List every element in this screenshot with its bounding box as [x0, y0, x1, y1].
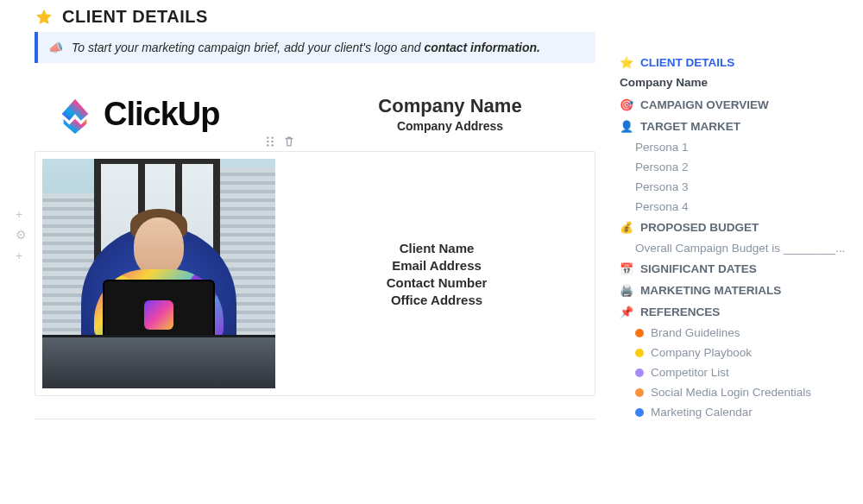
clickup-logo: ClickUp — [55, 94, 305, 134]
target-icon: 🎯 — [620, 98, 633, 111]
document-outline: ⭐ CLIENT DETAILS Company Name 🎯 CAMPAIGN… — [616, 52, 851, 422]
company-name[interactable]: Company Name — [325, 95, 575, 117]
outline-proposed-budget[interactable]: 💰 PROPOSED BUDGET — [616, 217, 851, 238]
client-office-field[interactable]: Office Address — [286, 293, 588, 307]
add-below-icon[interactable]: + — [16, 249, 27, 262]
page-header: CLIENT DETAILS — [35, 7, 595, 27]
company-block: Company Name Company Address — [325, 95, 575, 133]
outline-marketing-materials[interactable]: 🖨️ MARKETING MATERIALS — [616, 280, 851, 301]
outline-target-market[interactable]: 👤 TARGET MARKET — [616, 116, 851, 137]
megaphone-icon: 📣 — [48, 41, 63, 54]
outline-ref-3[interactable]: Social Media Login Credentials — [616, 382, 851, 402]
outline-ref-4[interactable]: Marketing Calendar — [616, 402, 851, 422]
logo-company-row: ClickUp Company Name Company Address — [35, 77, 595, 139]
block-settings-icon[interactable]: ⚙ — [16, 228, 27, 242]
outline-ref-2[interactable]: Competitor List — [616, 362, 851, 382]
svg-point-1 — [271, 136, 273, 138]
outline-references[interactable]: 📌 REFERENCES — [616, 301, 851, 323]
dot-icon — [635, 408, 644, 417]
outline-budget-sub[interactable]: Overall Campaign Budget is ________... — [616, 238, 851, 258]
outline-campaign-overview[interactable]: 🎯 CAMPAIGN OVERVIEW — [616, 94, 851, 116]
callout-text: To start your marketing campaign brief, … — [72, 41, 540, 54]
star-icon: ⭐ — [620, 56, 633, 69]
outline-persona-4[interactable]: Persona 4 — [616, 197, 851, 217]
clickup-logotext: ClickUp — [104, 96, 219, 133]
page-title: CLIENT DETAILS — [62, 7, 208, 27]
outline-client-details[interactable]: ⭐ CLIENT DETAILS — [616, 52, 851, 73]
outline-persona-1[interactable]: Persona 1 — [616, 137, 851, 157]
client-name-field[interactable]: Client Name — [286, 241, 588, 255]
dot-icon — [635, 349, 644, 357]
svg-point-4 — [267, 144, 268, 146]
callout-banner: 📣 To start your marketing campaign brief… — [35, 32, 595, 63]
company-address[interactable]: Company Address — [325, 119, 575, 133]
client-contact-field[interactable]: Contact Number — [286, 275, 588, 290]
outline-persona-2[interactable]: Persona 2 — [616, 157, 851, 177]
main-content: CLIENT DETAILS 📣 To start your marketing… — [35, 7, 595, 419]
block-gutter: + ⚙ + — [16, 207, 27, 262]
svg-point-2 — [267, 141, 268, 142]
callout-prefix: To start your marketing campaign brief, … — [72, 41, 424, 54]
dot-icon — [635, 329, 644, 337]
outline-persona-3[interactable]: Persona 3 — [616, 177, 851, 197]
outline-significant-dates[interactable]: 📅 SIGNIFICANT DATES — [616, 258, 851, 280]
clickup-logomark-icon — [55, 94, 95, 134]
client-email-field[interactable]: Email Address — [286, 258, 588, 273]
pin-icon: 📌 — [620, 306, 633, 318]
svg-point-5 — [271, 144, 273, 146]
add-block-icon[interactable]: + — [16, 207, 27, 221]
client-card[interactable]: Client Name Email Address Contact Number… — [35, 151, 595, 396]
outline-ref-0[interactable]: Brand Guidelines — [616, 323, 851, 343]
drag-handle-icon[interactable] — [264, 135, 276, 148]
dot-icon — [635, 388, 644, 397]
svg-point-0 — [267, 136, 268, 138]
svg-point-3 — [271, 141, 273, 142]
divider — [35, 419, 595, 419]
trash-icon[interactable] — [283, 135, 295, 148]
callout-bold: contact information. — [424, 41, 540, 54]
client-photo[interactable] — [42, 159, 275, 388]
moneybag-icon: 💰 — [620, 221, 633, 234]
person-icon: 👤 — [620, 120, 633, 133]
printer-icon: 🖨️ — [620, 284, 633, 297]
star-icon — [35, 8, 54, 27]
client-fields: Client Name Email Address Contact Number… — [286, 238, 588, 310]
outline-company-name[interactable]: Company Name — [616, 73, 851, 94]
outline-ref-1[interactable]: Company Playbook — [616, 343, 851, 362]
dot-icon — [635, 369, 644, 377]
block-toolbar — [35, 135, 595, 148]
calendar-icon: 📅 — [620, 262, 633, 275]
